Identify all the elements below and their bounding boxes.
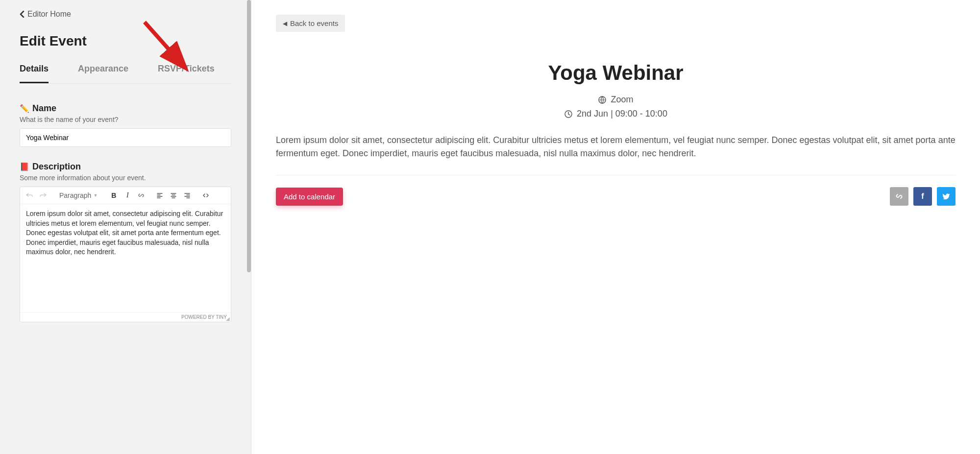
- facebook-icon: f: [921, 192, 924, 201]
- description-label: 📕 Description: [20, 162, 231, 172]
- align-center-button[interactable]: [167, 189, 180, 202]
- back-to-editor-link[interactable]: Editor Home: [20, 10, 231, 19]
- editor-content-area[interactable]: Lorem ipsum dolor sit amet, consectetur …: [20, 204, 231, 312]
- rich-text-editor: Paragraph ▼ B I: [20, 187, 231, 322]
- preview-description: Lorem ipsum dolor sit amet, consectetur …: [276, 134, 956, 160]
- name-field-group: ✏️ Name What is the name of your event?: [20, 103, 231, 147]
- share-buttons: f: [890, 187, 956, 206]
- redo-button[interactable]: [37, 189, 49, 202]
- preview-datetime-row: 2nd Jun | 09:00 - 10:00: [276, 109, 956, 119]
- align-right-button[interactable]: [181, 189, 194, 202]
- name-hint: What is the name of your event?: [20, 116, 231, 123]
- globe-icon: [598, 96, 607, 104]
- link-button[interactable]: [135, 189, 147, 202]
- annotation-arrow-icon: [142, 20, 191, 73]
- scrollbar[interactable]: [247, 0, 251, 272]
- editor-footer: POWERED BY TINY ◢: [20, 312, 231, 322]
- align-left-button[interactable]: [153, 189, 166, 202]
- divider: [276, 175, 956, 175]
- pencil-icon: ✏️: [20, 104, 29, 113]
- share-facebook-button[interactable]: f: [913, 187, 932, 206]
- bold-button[interactable]: B: [107, 189, 120, 202]
- share-link-button[interactable]: [890, 187, 908, 206]
- page-title: Edit Event: [20, 33, 231, 49]
- preview-event-title: Yoga Webinar: [276, 61, 956, 85]
- chevron-left-icon: [20, 11, 24, 18]
- paragraph-dropdown[interactable]: Paragraph ▼: [55, 190, 101, 201]
- add-to-calendar-button[interactable]: Add to calendar: [276, 188, 343, 206]
- preview-panel: ◀ Back to events Yoga Webinar Zoom 2nd J…: [251, 0, 980, 454]
- back-to-events-button[interactable]: ◀ Back to events: [276, 15, 345, 32]
- link-icon: [895, 192, 903, 200]
- code-button[interactable]: [199, 189, 212, 202]
- name-label: ✏️ Name: [20, 103, 231, 114]
- caret-left-icon: ◀: [283, 20, 287, 27]
- twitter-icon: [942, 192, 950, 200]
- description-field-group: 📕 Description Some more information abou…: [20, 162, 231, 322]
- tab-details[interactable]: Details: [20, 64, 49, 83]
- description-hint: Some more information about your event.: [20, 174, 231, 182]
- share-twitter-button[interactable]: [937, 187, 956, 206]
- italic-button[interactable]: I: [121, 189, 134, 202]
- preview-location-row: Zoom: [276, 95, 956, 105]
- undo-button[interactable]: [23, 189, 36, 202]
- sidebar-panel: Editor Home Edit Event Details Appearanc…: [0, 0, 251, 454]
- tab-appearance[interactable]: Appearance: [78, 64, 128, 83]
- tabs-row: Details Appearance RSVP/Tickets: [20, 64, 231, 84]
- back-link-label: Editor Home: [27, 10, 71, 19]
- event-name-input[interactable]: [20, 128, 231, 147]
- caret-down-icon: ▼: [93, 193, 98, 198]
- preview-actions-row: Add to calendar f: [276, 187, 956, 206]
- svg-line-1: [145, 22, 184, 66]
- resize-handle[interactable]: ◢: [226, 317, 230, 321]
- clock-icon: [564, 110, 573, 119]
- editor-toolbar: Paragraph ▼ B I: [20, 187, 231, 204]
- book-icon: 📕: [20, 162, 29, 171]
